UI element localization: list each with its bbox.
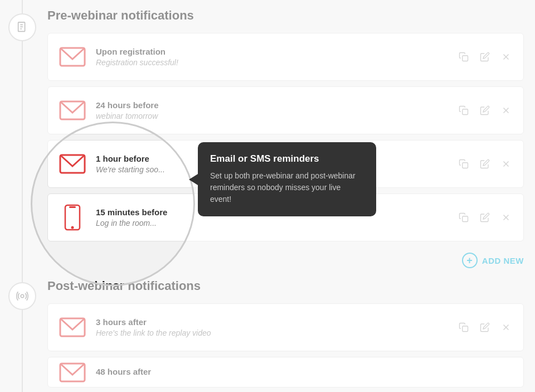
delete-button-24h[interactable] (499, 103, 513, 118)
add-new-circle: + (462, 253, 478, 268)
edit-button-3h-after[interactable] (478, 320, 492, 335)
duplicate-button-1h[interactable] (456, 157, 471, 171)
main-content: Pre-webinar notifications Upon registrat… (45, 0, 535, 392)
post-webinar-title: Post-webinar notifications (47, 279, 524, 293)
card-subtitle-3h-after: Here's the link to the replay video (96, 328, 450, 337)
timeline-line (22, 0, 23, 392)
card-title-15m: 15 minutes before (96, 207, 450, 217)
svg-rect-17 (65, 205, 80, 230)
edit-button-upon-registration[interactable] (478, 50, 492, 64)
svg-rect-20 (463, 216, 468, 222)
delete-button-1h[interactable] (499, 157, 513, 171)
notification-card-upon-registration: Upon registration Registration successfu… (47, 33, 524, 81)
pre-webinar-title: Pre-webinar notifications (47, 8, 524, 23)
svg-point-19 (71, 226, 74, 229)
email-icon-upon-registration (58, 42, 87, 71)
edit-icon (480, 212, 490, 222)
timeline-column (0, 0, 45, 392)
svg-rect-14 (463, 163, 468, 168)
email-icon-3h-after (58, 313, 87, 342)
card-subtitle-15m: Log in the room... (96, 219, 450, 228)
edit-icon (480, 322, 490, 332)
post-webinar-section: Post-webinar notifications 3 hours after… (47, 279, 524, 388)
card-actions-15m (456, 210, 513, 225)
email-envelope-icon-48h (59, 362, 86, 383)
broadcast-icon (16, 290, 28, 302)
card-actions-3h-after (456, 320, 513, 335)
page-container: Pre-webinar notifications Upon registrat… (0, 0, 535, 392)
notification-card-3h-after: 3 hours after Here's the link to the rep… (47, 303, 524, 351)
duplicate-icon (459, 322, 469, 332)
close-icon (501, 322, 511, 332)
post-webinar-icon (8, 282, 36, 310)
email-envelope-icon-3h (59, 317, 86, 337)
add-new-row: + ADD NEW (47, 247, 524, 276)
card-text-3h-after: 3 hours after Here's the link to the rep… (96, 317, 450, 337)
sms-icon-15m (58, 203, 87, 232)
duplicate-icon (459, 105, 469, 115)
duplicate-button-15m[interactable] (456, 210, 471, 225)
card-text-15m: 15 minutes before Log in the room... (96, 207, 450, 228)
card-subtitle-upon-registration: Registration successful! (96, 58, 450, 67)
email-icon-24h (58, 96, 87, 125)
card-title-24h: 24 hours before (96, 100, 450, 110)
close-icon (501, 52, 511, 62)
edit-icon (480, 159, 490, 169)
email-envelope-icon-1h (59, 154, 86, 174)
edit-button-1h[interactable] (478, 157, 492, 171)
card-text-1h: 1 hour before We're starting soo... (96, 154, 450, 174)
email-envelope-icon-24h (59, 100, 86, 120)
email-icon-1h (58, 149, 87, 178)
phone-icon (64, 204, 81, 231)
notification-card-15m: 15 minutes before Log in the room... (47, 193, 524, 241)
document-icon (16, 21, 28, 33)
edit-icon (480, 52, 490, 62)
email-icon-48h-after (58, 358, 87, 387)
close-icon (501, 212, 511, 222)
add-new-label: ADD NEW (482, 256, 524, 265)
svg-rect-18 (69, 206, 76, 208)
card-title-upon-registration: Upon registration (96, 47, 450, 56)
card-title-1h: 1 hour before (96, 154, 450, 163)
close-icon (501, 105, 511, 115)
email-envelope-icon (59, 47, 86, 67)
card-actions-24h (456, 103, 513, 118)
edit-button-24h[interactable] (478, 103, 492, 118)
card-text-48h-after: 48 hours after (96, 367, 513, 378)
svg-rect-10 (463, 109, 468, 115)
card-title-48h-after: 48 hours after (96, 367, 513, 376)
delete-button-3h-after[interactable] (499, 320, 513, 335)
duplicate-button-upon-registration[interactable] (456, 50, 471, 64)
notification-card-24h: 24 hours before webinar tomorrow (47, 86, 524, 134)
close-icon (501, 159, 511, 169)
svg-point-4 (21, 294, 24, 298)
delete-button-15m[interactable] (499, 210, 513, 225)
card-actions-1h (456, 157, 513, 171)
duplicate-icon (459, 159, 469, 169)
notification-card-1h: 1 hour before We're starting soo... (47, 140, 524, 188)
pre-webinar-section: Pre-webinar notifications Upon registrat… (47, 8, 524, 276)
edit-icon (480, 105, 490, 115)
edit-button-15m[interactable] (478, 210, 492, 225)
card-text-upon-registration: Upon registration Registration successfu… (96, 47, 450, 67)
card-subtitle-24h: webinar tomorrow (96, 112, 450, 120)
card-text-24h: 24 hours before webinar tomorrow (96, 100, 450, 120)
duplicate-icon (459, 212, 469, 222)
duplicate-button-3h-after[interactable] (456, 320, 471, 335)
card-subtitle-1h: We're starting soo... (96, 165, 450, 174)
card-title-3h-after: 3 hours after (96, 317, 450, 327)
pre-webinar-icon (8, 13, 36, 41)
svg-rect-6 (463, 56, 468, 61)
duplicate-icon (459, 52, 469, 62)
svg-rect-24 (463, 326, 468, 332)
card-actions-upon-registration (456, 50, 513, 64)
delete-button-upon-registration[interactable] (499, 50, 513, 64)
add-new-button[interactable]: + ADD NEW (462, 253, 524, 268)
notification-card-48h-after: 48 hours after (47, 357, 524, 388)
duplicate-button-24h[interactable] (456, 103, 471, 118)
